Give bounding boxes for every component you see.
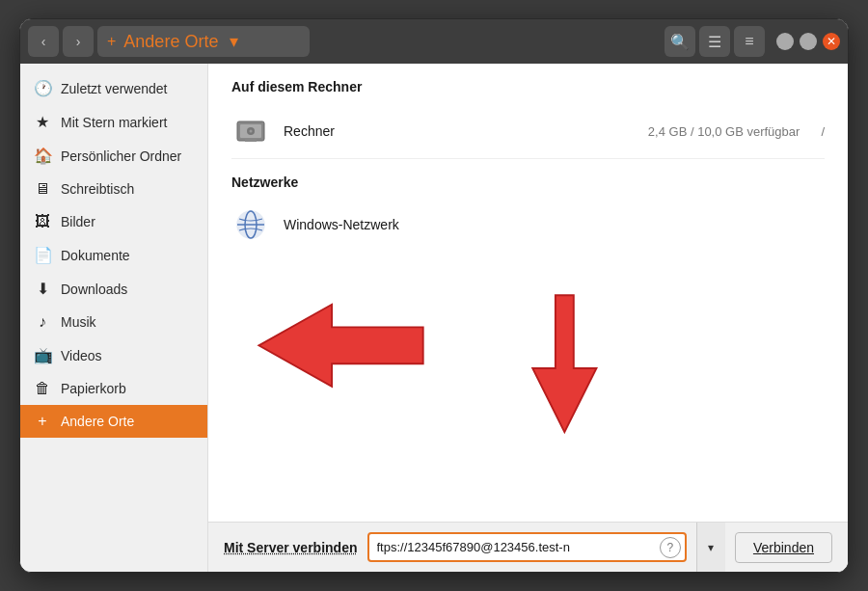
left-arrow <box>258 305 422 387</box>
arrows-area <box>231 250 825 443</box>
connect-label-rest: erbinden <box>762 540 815 555</box>
sidebar: 🕐 Zuletzt verwendet ★ Mit Stern markiert… <box>20 64 208 572</box>
videos-icon: 📺 <box>34 346 51 364</box>
sidebar-item-videos[interactable]: 📺 Videos <box>20 338 207 372</box>
window-controls: − □ ✕ <box>776 33 840 50</box>
sidebar-label-videos: Videos <box>61 348 102 363</box>
network-icon <box>231 205 270 244</box>
sidebar-label-documents: Dokumente <box>61 248 130 263</box>
location-plus-icon: + <box>107 33 116 50</box>
computer-name: Rechner <box>284 123 635 139</box>
down-arrow <box>532 295 596 432</box>
sidebar-label-pictures: Bilder <box>61 214 95 229</box>
other-plus-icon: + <box>34 413 51 430</box>
documents-icon: 📄 <box>34 246 51 264</box>
trash-icon: 🗑 <box>34 380 51 397</box>
titlebar: ‹ › + Andere Orte ▾ 🔍 ☰ ≡ − □ ✕ <box>20 19 848 64</box>
svg-rect-4 <box>245 140 257 142</box>
section-title-machine: Auf diesem Rechner <box>231 79 825 94</box>
sidebar-item-other[interactable]: + Andere Orte <box>20 405 207 438</box>
music-icon: ♪ <box>34 313 51 331</box>
minimize-button[interactable]: − <box>776 33 794 50</box>
svg-marker-8 <box>258 305 422 387</box>
sidebar-item-starred[interactable]: ★ Mit Stern markiert <box>20 105 207 139</box>
menu-button[interactable]: ≡ <box>734 26 765 57</box>
sidebar-label-home: Persönlicher Ordner <box>61 148 181 164</box>
connect-underline-char: V <box>753 540 762 555</box>
main-panel: Auf diesem Rechner Rechner 2,4 GB / 10,0… <box>208 64 848 572</box>
sidebar-item-documents[interactable]: 📄 Dokumente <box>20 238 207 272</box>
svg-marker-9 <box>532 295 596 432</box>
sidebar-label-other: Andere Orte <box>61 414 134 429</box>
maximize-button[interactable]: □ <box>800 33 817 50</box>
sidebar-item-music[interactable]: ♪ Musik <box>20 306 207 338</box>
network-name: Windows-Netzwerk <box>284 217 399 232</box>
computer-path: / <box>821 124 825 139</box>
network-row[interactable]: Windows-Netzwerk <box>231 200 825 250</box>
sidebar-item-home[interactable]: 🏠 Persönlicher Ordner <box>20 139 207 173</box>
file-manager-window: ‹ › + Andere Orte ▾ 🔍 ☰ ≡ − □ ✕ 🕐 Zuletz… <box>19 18 849 573</box>
sidebar-item-pictures[interactable]: 🖼 Bilder <box>20 205 207 238</box>
star-icon: ★ <box>34 113 51 131</box>
svg-point-3 <box>250 130 253 133</box>
location-name: Andere Orte <box>123 32 218 52</box>
location-bar[interactable]: + Andere Orte ▾ <box>97 26 310 57</box>
content-area: 🕐 Zuletzt verwendet ★ Mit Stern markiert… <box>20 64 848 572</box>
list-view-button[interactable]: ☰ <box>699 26 730 57</box>
sidebar-label-recent: Zuletzt verwendet <box>61 81 168 96</box>
server-input-wrapper[interactable]: ? <box>367 532 687 562</box>
bottom-bar: Mit Server verbinden ? ▾ Verbinden <box>208 522 848 572</box>
hint-button[interactable]: ? <box>660 537 681 558</box>
desktop-icon: 🖥 <box>34 180 51 198</box>
search-button[interactable]: 🔍 <box>665 26 695 57</box>
clock-icon: 🕐 <box>34 79 51 97</box>
sidebar-item-desktop[interactable]: 🖥 Schreibtisch <box>20 173 207 205</box>
titlebar-actions: 🔍 ☰ ≡ <box>665 26 765 57</box>
connect-button[interactable]: Verbinden <box>735 532 832 563</box>
server-dropdown-button[interactable]: ▾ <box>696 523 725 572</box>
back-button[interactable]: ‹ <box>28 26 59 57</box>
close-button[interactable]: ✕ <box>823 33 840 50</box>
server-connect-label: Mit Server verbinden <box>224 540 358 555</box>
computer-row[interactable]: Rechner 2,4 GB / 10,0 GB verfügbar / <box>231 104 825 159</box>
sidebar-label-downloads: Downloads <box>61 282 127 297</box>
pictures-icon: 🖼 <box>34 213 51 230</box>
sidebar-item-downloads[interactable]: ⬇ Downloads <box>20 272 207 306</box>
forward-button[interactable]: › <box>63 26 94 57</box>
server-address-input[interactable] <box>369 534 660 560</box>
main-content: Auf diesem Rechner Rechner 2,4 GB / 10,0… <box>208 64 848 522</box>
home-icon: 🏠 <box>34 147 51 165</box>
sidebar-label-music: Musik <box>61 314 96 330</box>
downloads-icon: ⬇ <box>34 280 51 298</box>
sidebar-label-trash: Papierkorb <box>61 381 126 396</box>
computer-icon <box>231 112 270 150</box>
section-title-networks: Netzwerke <box>231 175 825 190</box>
sidebar-label-desktop: Schreibtisch <box>61 181 134 197</box>
location-dropdown-icon[interactable]: ▾ <box>230 31 238 52</box>
computer-storage-info: 2,4 GB / 10,0 GB verfügbar <box>648 124 800 139</box>
sidebar-item-trash[interactable]: 🗑 Papierkorb <box>20 372 207 405</box>
sidebar-item-recent[interactable]: 🕐 Zuletzt verwendet <box>20 71 207 105</box>
sidebar-label-starred: Mit Stern markiert <box>61 115 167 130</box>
